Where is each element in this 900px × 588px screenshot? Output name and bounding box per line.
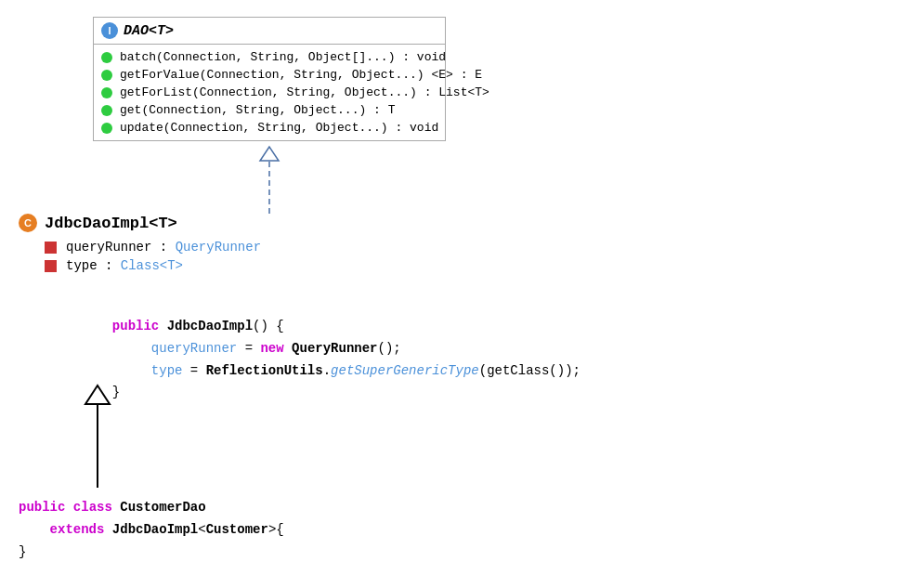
customer-line-3: } — [19, 542, 284, 564]
class-icon: C — [19, 214, 37, 232]
field-row-queryrunner: queryRunner : QueryRunner — [19, 238, 261, 256]
jdbc-title: JdbcDaoImpl<T> — [45, 215, 177, 232]
method-text: get(Connection, String, Object...) : T — [120, 103, 395, 117]
method-dot-icon — [101, 87, 112, 98]
field-type-class: Class<T> — [121, 258, 183, 273]
dao-title: DAO<T> — [124, 23, 174, 39]
code-block: public JdbcDaoImpl() { queryRunner = new… — [19, 316, 580, 404]
customer-section: public class CustomerDao extends JdbcDao… — [19, 497, 284, 563]
code-line-4: } — [19, 382, 580, 404]
dao-header: I DAO<T> — [94, 18, 445, 45]
method-text: batch(Connection, String, Object[]...) :… — [120, 50, 446, 64]
method-row: getForValue(Connection, String, Object..… — [94, 66, 445, 84]
customer-line-2: extends JdbcDaoImpl<Customer>{ — [19, 519, 284, 542]
jdbc-section: C JdbcDaoImpl<T> queryRunner : QueryRunn… — [19, 214, 261, 275]
inheritance-arrowhead — [260, 147, 279, 161]
method-dot-icon — [101, 105, 112, 116]
method-text: getForList(Connection, String, Object...… — [120, 85, 489, 99]
code-line-2: queryRunner = new QueryRunner(); — [19, 338, 580, 360]
dao-class-box: I DAO<T> batch(Connection, String, Objec… — [93, 17, 446, 141]
interface-icon: I — [101, 22, 118, 39]
jdbc-header: C JdbcDaoImpl<T> — [19, 214, 261, 232]
field-type: QueryRunner — [176, 240, 261, 255]
dao-methods: batch(Connection, String, Object[]...) :… — [94, 45, 445, 140]
customer-line-1: public class CustomerDao — [19, 497, 284, 519]
field-icon — [45, 260, 57, 272]
field-name: queryRunner : QueryRunner — [66, 240, 261, 255]
code-line-1: public JdbcDaoImpl() { — [19, 316, 580, 338]
method-dot-icon — [101, 52, 112, 63]
method-row: getForList(Connection, String, Object...… — [94, 84, 445, 101]
method-text: update(Connection, String, Object...) : … — [120, 121, 438, 135]
field-row-type: type : Class<T> — [19, 256, 261, 275]
field-name: type : Class<T> — [66, 258, 183, 273]
method-text: getForValue(Connection, String, Object..… — [120, 68, 482, 82]
method-row: get(Connection, String, Object...) : T — [94, 101, 445, 119]
method-dot-icon — [101, 70, 112, 81]
method-row: update(Connection, String, Object...) : … — [94, 119, 445, 137]
code-line-3: type = ReflectionUtils.getSuperGenericTy… — [19, 360, 580, 383]
field-icon — [45, 242, 57, 254]
method-row: batch(Connection, String, Object[]...) :… — [94, 48, 445, 66]
method-dot-icon — [101, 123, 112, 134]
